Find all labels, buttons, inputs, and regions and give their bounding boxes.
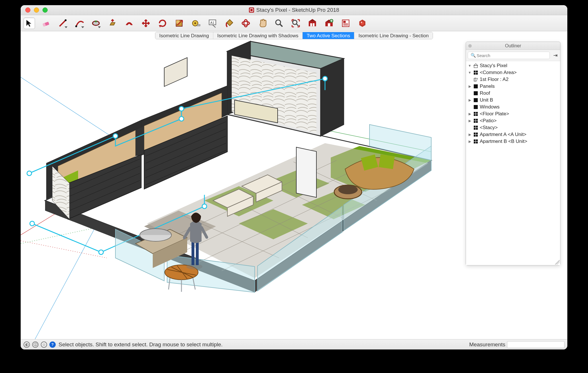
tree-row[interactable]: ▶Apartment A <A Unit> — [466, 131, 560, 138]
tree-label: Unit B — [480, 97, 493, 103]
svg-marker-16 — [321, 59, 344, 136]
warehouse-tool[interactable] — [307, 18, 318, 29]
tree-row[interactable]: <Stacy> — [466, 124, 560, 131]
disclosure-triangle-icon[interactable]: ▶ — [468, 84, 472, 88]
dropdown-caret-icon — [81, 26, 84, 28]
disclosure-triangle-icon[interactable]: ▶ — [468, 133, 472, 137]
tree-label: <Stacy> — [480, 125, 498, 131]
outliner-panel[interactable]: Outliner 🔍 ⇥ ▼Stacy's Pixel▼<Common Area… — [466, 42, 560, 265]
outliner-search-input[interactable] — [468, 52, 550, 59]
svg-point-45 — [179, 106, 184, 111]
text-tool[interactable] — [207, 18, 218, 29]
warehouse-upload-tool[interactable] — [323, 18, 335, 29]
dropdown-caret-icon — [65, 26, 67, 28]
minimize-window-button[interactable] — [34, 7, 39, 13]
status-hint: Select objects. Shift to extend select. … — [59, 341, 223, 348]
grid-icon — [473, 139, 478, 144]
panel-resize-handle[interactable] — [555, 260, 560, 265]
layout-tool[interactable] — [340, 18, 351, 29]
svg-rect-75 — [196, 241, 199, 265]
disclosure-triangle-icon[interactable]: ▶ — [468, 112, 472, 116]
tree-label: Panels — [480, 83, 495, 89]
pan-tool[interactable] — [257, 18, 268, 29]
measurements-input[interactable] — [507, 341, 564, 348]
scene-tab-3[interactable]: Isometric Line Drawing - Section — [354, 32, 433, 39]
svg-point-47 — [30, 221, 34, 226]
extensions-tool[interactable] — [357, 18, 368, 29]
zoom-extents-tool[interactable] — [290, 18, 301, 29]
credits-icon[interactable]: ⓘ — [32, 341, 38, 348]
disclosure-triangle-icon[interactable]: ▼ — [468, 64, 472, 68]
panel-close-button[interactable] — [468, 44, 472, 48]
status-bar: ◐ ⓘ ☺ ? Select objects. Shift to extend … — [21, 339, 567, 349]
outliner-menu-button[interactable]: ⇥ — [552, 52, 558, 59]
window-title-text: Stacy's Pixel - SketchUp Pro 2018 — [256, 7, 339, 13]
outliner-header[interactable]: Outliner — [466, 42, 560, 50]
svg-point-48 — [99, 250, 103, 255]
tree-row[interactable]: Roof — [466, 90, 560, 97]
grid-icon — [473, 125, 478, 130]
measurements-box: Measurements — [469, 341, 564, 348]
scene-tab-bar: Isometric Line DrawingIsometric Line Dra… — [21, 31, 567, 40]
pushpull-tool[interactable] — [107, 18, 118, 29]
scene-tab-0[interactable]: Isometric Line Drawing — [155, 32, 213, 39]
disclosure-triangle-icon[interactable]: ▶ — [468, 119, 472, 123]
grid-icon — [473, 118, 478, 123]
tree-row[interactable]: ▼Stacy's Pixel — [466, 62, 560, 69]
profile-icon[interactable]: ☺ — [41, 341, 47, 348]
scene-tab-1[interactable]: Isometric Line Drawing with Shadows — [213, 32, 303, 39]
tree-row[interactable]: 1st Floor : A2 — [466, 76, 560, 83]
svg-point-58 — [338, 185, 358, 194]
tree-label: Roof — [480, 90, 490, 96]
zoom-window-button[interactable] — [42, 7, 48, 13]
svg-rect-41 — [164, 58, 187, 87]
window-title: Stacy's Pixel - SketchUp Pro 2018 — [21, 7, 567, 13]
offset-tool[interactable] — [123, 18, 135, 29]
outliner-tree[interactable]: ▼Stacy's Pixel▼<Common Area>1st Floor : … — [466, 61, 560, 265]
eraser-tool[interactable] — [40, 18, 52, 29]
svg-point-42 — [27, 171, 32, 176]
close-window-button[interactable] — [25, 7, 30, 13]
move-tool[interactable] — [140, 18, 152, 29]
outliner-search-row: 🔍 ⇥ — [466, 50, 560, 61]
disclosure-triangle-icon[interactable]: ▼ — [468, 71, 472, 75]
zoom-tool[interactable] — [273, 18, 285, 29]
rotate-tool[interactable] — [157, 18, 168, 29]
tree-row[interactable]: ▶Unit B — [466, 97, 560, 104]
shape-tool[interactable] — [90, 18, 102, 29]
tree-row[interactable]: Windows — [466, 104, 560, 110]
scene-tab-2[interactable]: Two Active Sections — [303, 32, 354, 39]
paint-bucket-tool[interactable] — [223, 18, 235, 29]
tree-row[interactable]: ▶<Patio> — [466, 117, 560, 124]
solid-icon — [473, 91, 478, 96]
tree-row[interactable]: ▶Apartment B <B Unit> — [466, 138, 560, 145]
main-toolbar — [21, 15, 567, 31]
tree-label: <Patio> — [480, 118, 497, 124]
help-icon[interactable]: ? — [49, 341, 56, 348]
tree-row[interactable]: ▶<Floor Plate> — [466, 110, 560, 117]
line-tool[interactable] — [57, 18, 68, 29]
geo-icon[interactable]: ◐ — [24, 341, 30, 348]
scale-tool[interactable] — [173, 18, 185, 29]
grid-icon — [473, 70, 478, 75]
solid-icon — [473, 98, 478, 102]
outliner-title: Outliner — [505, 43, 521, 48]
sketchup-icon — [249, 7, 254, 13]
svg-rect-19 — [296, 147, 316, 197]
svg-point-44 — [179, 116, 184, 121]
orbit-tool[interactable] — [240, 18, 252, 29]
svg-point-43 — [113, 134, 118, 138]
arc-tool[interactable] — [74, 18, 85, 29]
svg-point-46 — [323, 76, 327, 81]
tree-row[interactable]: ▼<Common Area> — [466, 69, 560, 76]
dropdown-caret-icon — [98, 26, 101, 28]
svg-rect-74 — [192, 241, 194, 265]
tree-label: <Floor Plate> — [480, 111, 509, 117]
scene-tabs: Isometric Line DrawingIsometric Line Dra… — [155, 32, 433, 39]
solid-icon — [473, 105, 478, 109]
select-tool[interactable] — [24, 18, 35, 29]
disclosure-triangle-icon[interactable]: ▶ — [468, 98, 472, 102]
tape-measure-tool[interactable] — [190, 18, 202, 29]
tree-row[interactable]: ▶Panels — [466, 83, 560, 90]
disclosure-triangle-icon[interactable]: ▶ — [468, 139, 472, 143]
